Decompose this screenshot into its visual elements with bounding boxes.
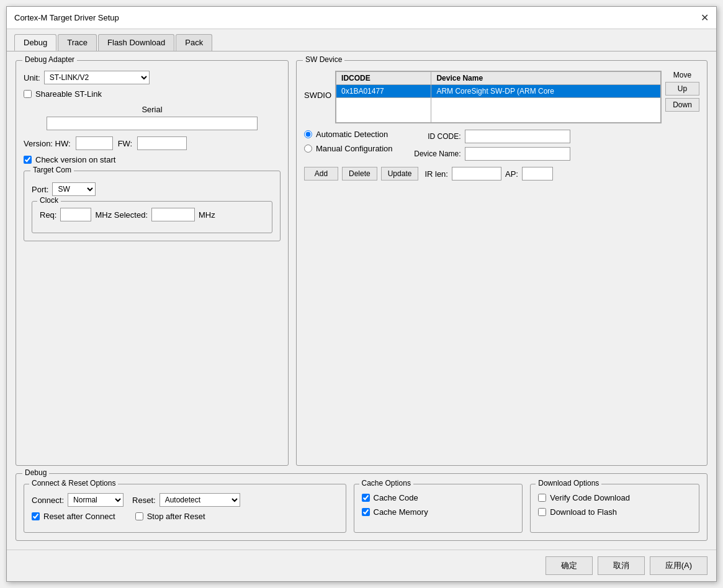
cache-memory-row: Cache Memory bbox=[362, 507, 515, 517]
mhz1-label: MHz Selected: bbox=[95, 210, 148, 220]
title-bar: Cortex-M Target Driver Setup ✕ bbox=[7, 7, 716, 29]
row1-name: ARM CoreSight SW-DP (ARM Core bbox=[431, 85, 661, 98]
port-select[interactable]: SW JTAG bbox=[52, 182, 96, 196]
ap-input[interactable]: 0 bbox=[522, 167, 553, 180]
shareable-checkbox[interactable] bbox=[24, 90, 32, 98]
device-name-field-label: Device Name: bbox=[405, 149, 461, 158]
tab-debug[interactable]: Debug bbox=[14, 34, 56, 51]
version-row: Version: HW: V2 FW: V2J35S7 bbox=[24, 136, 281, 150]
reset-label: Reset: bbox=[132, 496, 156, 505]
verify-code-row: Verify Code Download bbox=[538, 493, 691, 502]
sw-device-label: SW Device bbox=[303, 55, 344, 64]
update-button[interactable]: Update bbox=[381, 167, 419, 180]
main-window: Cortex-M Target Driver Setup ✕ Debug Tra… bbox=[6, 6, 717, 582]
target-com-label: Target Com bbox=[30, 166, 74, 174]
sw-device-group: SW Device SWDIO IDCODE Device Name bbox=[296, 60, 707, 466]
action-row: Add Delete Update IR len: AP: 0 bbox=[304, 167, 699, 180]
debug-adapter-group: Debug Adapter Unit: ST-LINK/V2 Shareable… bbox=[16, 60, 289, 466]
move-label: Move bbox=[665, 71, 699, 79]
target-com-section: Target Com Port: SW JTAG Clock bbox=[24, 171, 281, 241]
clock-group: Clock Req: 10 MHz Selected: 0 MHz bbox=[32, 201, 272, 233]
apply-button[interactable]: 应用(A) bbox=[650, 556, 707, 575]
window-title: Cortex-M Target Driver Setup bbox=[14, 13, 119, 22]
footer: 确定 取消 应用(A) bbox=[7, 550, 716, 581]
id-code-label: ID CODE: bbox=[405, 132, 461, 141]
device-name-input[interactable] bbox=[465, 147, 570, 161]
tab-trace[interactable]: Trace bbox=[58, 34, 97, 51]
ir-ap-row: IR len: AP: 0 bbox=[424, 167, 553, 180]
serial-label: Serial bbox=[141, 105, 162, 114]
ir-len-input[interactable] bbox=[452, 167, 501, 180]
reset-after-connect-row: Reset after Connect Stop after Reset bbox=[32, 512, 338, 521]
hw-input[interactable]: V2 bbox=[76, 136, 113, 150]
col-idcode: IDCODE bbox=[336, 72, 431, 85]
close-button[interactable]: ✕ bbox=[701, 13, 709, 23]
delete-button[interactable]: Delete bbox=[342, 167, 377, 180]
req-label: Req: bbox=[40, 210, 56, 220]
verify-code-label: Verify Code Download bbox=[550, 493, 630, 502]
fw-input[interactable]: V2J35S7 bbox=[137, 136, 187, 150]
serial-input[interactable]: 32FF710631413239204906​43 bbox=[47, 117, 258, 130]
cancel-button[interactable]: 取消 bbox=[598, 556, 645, 575]
clock-label: Clock bbox=[37, 196, 61, 205]
col-device-name: Device Name bbox=[431, 72, 661, 85]
cache-memory-label: Cache Memory bbox=[374, 507, 428, 517]
manual-config-label: Manual Configuration bbox=[316, 144, 393, 153]
debug-bottom-label: Debug bbox=[22, 468, 49, 477]
connect-reset-row: Connect: Normal Pre-Reset Under Reset Re… bbox=[32, 493, 338, 507]
target-com-group: Target Com Port: SW JTAG Clock bbox=[24, 171, 281, 241]
download-to-flash-checkbox[interactable] bbox=[538, 508, 546, 516]
table-row[interactable]: 0x1BA01477 ARM CoreSight SW-DP (ARM Core bbox=[336, 85, 661, 98]
tab-flash-download[interactable]: Flash Download bbox=[98, 34, 174, 51]
radio-detection: Automatic Detection Manual Configuration bbox=[304, 130, 393, 153]
auto-detection-label: Automatic Detection bbox=[316, 130, 388, 139]
unit-select[interactable]: ST-LINK/V2 bbox=[44, 71, 150, 84]
ir-len-label: IR len: bbox=[424, 169, 448, 179]
down-button[interactable]: Down bbox=[665, 98, 699, 112]
cache-options-group: Cache Options Cache Code Cache Memory bbox=[354, 484, 523, 533]
bottom-inner: Connect & Reset Options Connect: Normal … bbox=[24, 484, 699, 533]
check-version-checkbox[interactable] bbox=[24, 156, 32, 164]
connect-reset-label: Connect & Reset Options bbox=[29, 479, 118, 488]
row1-idcode: 0x1BA01477 bbox=[336, 85, 431, 98]
cache-memory-checkbox[interactable] bbox=[362, 508, 370, 516]
tab-pack[interactable]: Pack bbox=[176, 34, 212, 51]
req-input[interactable]: 10 bbox=[60, 208, 91, 221]
up-button[interactable]: Up bbox=[665, 82, 699, 96]
check-version-row: Check version on start bbox=[24, 155, 281, 164]
cache-code-row: Cache Code bbox=[362, 493, 515, 502]
auto-detection-radio[interactable] bbox=[304, 130, 312, 138]
connect-select[interactable]: Normal Pre-Reset Under Reset bbox=[68, 493, 123, 507]
selected-input[interactable]: 0 bbox=[151, 208, 195, 221]
cache-code-checkbox[interactable] bbox=[362, 494, 370, 502]
add-button[interactable]: Add bbox=[304, 167, 338, 180]
port-row: Port: SW JTAG bbox=[32, 182, 272, 196]
tab-bar: Debug Trace Flash Download Pack bbox=[7, 29, 716, 51]
table-row-empty[interactable] bbox=[336, 98, 661, 123]
sw-table-container: IDCODE Device Name 0x1BA01477 ARM CoreSi… bbox=[335, 71, 662, 123]
fw-label: FW: bbox=[118, 139, 133, 148]
shareable-row: Shareable ST-Link bbox=[24, 89, 281, 99]
unit-label: Unit: bbox=[24, 73, 40, 82]
auto-detection-row: Automatic Detection bbox=[304, 130, 393, 139]
version-hw-label: Version: HW: bbox=[24, 139, 71, 148]
reset-select[interactable]: Autodetect Software Hardware bbox=[159, 493, 240, 507]
download-options-group: Download Options Verify Code Download Do… bbox=[530, 484, 699, 533]
ok-button[interactable]: 确定 bbox=[546, 556, 593, 575]
unit-row: Unit: ST-LINK/V2 bbox=[24, 71, 281, 84]
manual-config-radio[interactable] bbox=[304, 145, 312, 153]
id-code-input[interactable] bbox=[465, 130, 570, 143]
debug-bottom-group: Debug Connect & Reset Options Connect: N… bbox=[16, 473, 707, 541]
port-label: Port: bbox=[32, 185, 48, 194]
main-content: Debug Adapter Unit: ST-LINK/V2 Shareable… bbox=[7, 51, 716, 550]
download-to-flash-row: Download to Flash bbox=[538, 507, 691, 517]
reset-after-connect-label: Reset after Connect bbox=[43, 512, 115, 521]
reset-after-connect-checkbox[interactable] bbox=[32, 512, 40, 520]
download-to-flash-label: Download to Flash bbox=[550, 507, 617, 517]
stop-after-reset-checkbox[interactable] bbox=[135, 512, 143, 520]
debug-adapter-label: Debug Adapter bbox=[22, 55, 77, 64]
sw-table-wrapper: SWDIO IDCODE Device Name bbox=[304, 71, 699, 123]
clock-row: Req: 10 MHz Selected: 0 MHz bbox=[40, 208, 264, 221]
ap-label: AP: bbox=[505, 169, 518, 179]
verify-code-checkbox[interactable] bbox=[538, 494, 546, 502]
